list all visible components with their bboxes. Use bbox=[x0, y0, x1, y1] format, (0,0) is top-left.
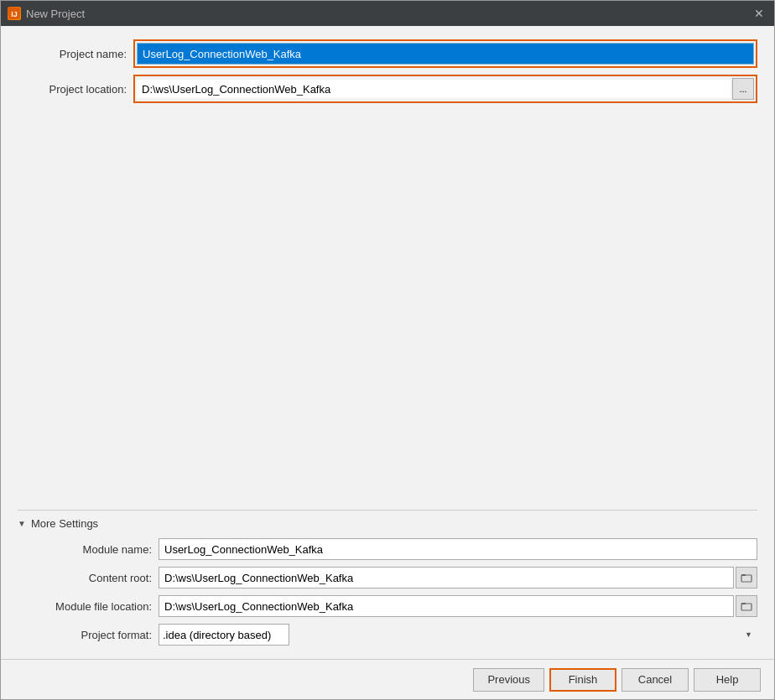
svg-rect-2 bbox=[741, 575, 752, 582]
app-icon: IJ bbox=[8, 7, 21, 20]
more-settings-section: ▼ More Settings Module name: Content roo… bbox=[18, 510, 757, 646]
module-file-location-label: Module file location: bbox=[18, 600, 152, 613]
more-settings-label: More Settings bbox=[31, 517, 98, 530]
content-root-browse-button[interactable] bbox=[736, 567, 757, 589]
title-bar: IJ New Project ✕ bbox=[1, 1, 774, 26]
module-name-row: Module name: bbox=[18, 538, 757, 560]
finish-button[interactable]: Finish bbox=[549, 668, 616, 692]
content-spacer bbox=[18, 110, 757, 506]
svg-text:IJ: IJ bbox=[11, 10, 18, 18]
project-location-browse-button[interactable]: ... bbox=[732, 78, 754, 100]
dialog-content: Project name: Project location: ... ▼ Mo… bbox=[1, 26, 774, 659]
svg-rect-4 bbox=[741, 604, 752, 610]
dialog-title: New Project bbox=[26, 8, 85, 20]
collapse-arrow-icon: ▼ bbox=[18, 519, 26, 528]
top-form: Project name: Project location: ... bbox=[18, 39, 757, 103]
new-project-dialog: IJ New Project ✕ Project name: Project l… bbox=[0, 0, 775, 700]
help-button[interactable]: Help bbox=[694, 668, 761, 692]
cancel-button[interactable]: Cancel bbox=[622, 668, 689, 692]
content-root-input[interactable] bbox=[159, 567, 734, 589]
settings-form: Module name: Content root: bbox=[18, 538, 757, 646]
project-format-label: Project format: bbox=[18, 629, 152, 641]
module-name-label: Module name: bbox=[18, 543, 152, 556]
content-root-input-wrapper bbox=[159, 567, 757, 589]
project-location-row: Project location: ... bbox=[18, 75, 757, 103]
title-bar-left: IJ New Project bbox=[8, 7, 85, 20]
module-file-location-input-wrapper bbox=[159, 595, 757, 617]
content-root-label: Content root: bbox=[18, 572, 152, 584]
module-name-input[interactable] bbox=[159, 538, 757, 560]
module-file-location-input[interactable] bbox=[159, 595, 734, 617]
previous-button[interactable]: Previous bbox=[473, 668, 544, 692]
project-format-row: Project format: .idea (directory based) bbox=[18, 624, 757, 646]
project-location-label: Project location: bbox=[18, 83, 127, 96]
project-location-input[interactable] bbox=[137, 80, 731, 98]
svg-rect-3 bbox=[741, 574, 746, 576]
module-file-location-row: Module file location: bbox=[18, 595, 757, 617]
close-button[interactable]: ✕ bbox=[751, 5, 767, 22]
more-settings-header[interactable]: ▼ More Settings bbox=[18, 517, 757, 530]
project-location-wrapper: ... bbox=[133, 75, 757, 103]
project-format-select-wrapper: .idea (directory based) bbox=[159, 624, 757, 646]
dialog-footer: Previous Finish Cancel Help bbox=[1, 659, 774, 699]
project-name-input[interactable] bbox=[137, 43, 754, 65]
project-format-select[interactable]: .idea (directory based) bbox=[159, 624, 289, 646]
content-root-row: Content root: bbox=[18, 567, 757, 589]
project-name-row: Project name: bbox=[18, 39, 757, 68]
svg-rect-5 bbox=[741, 603, 746, 604]
module-file-location-browse-button[interactable] bbox=[736, 595, 757, 617]
project-name-label: Project name: bbox=[18, 48, 127, 60]
project-name-wrapper bbox=[133, 39, 757, 68]
